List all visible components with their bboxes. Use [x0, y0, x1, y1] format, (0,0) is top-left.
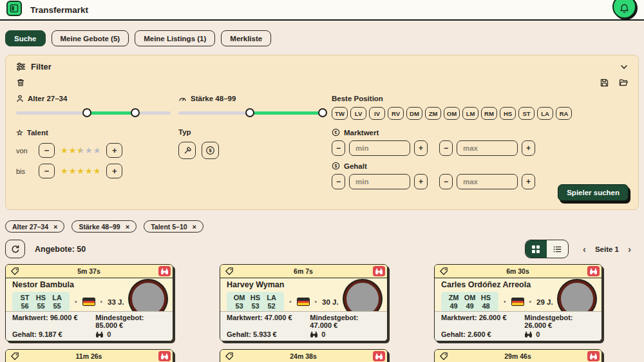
gehalt-max-minus-button[interactable]: −: [439, 174, 453, 189]
chevron-down-icon[interactable]: [620, 64, 628, 70]
tag-icon: [439, 352, 448, 361]
sidebar-toggle-icon[interactable]: [6, 1, 22, 16]
binoculars-icon: [95, 331, 104, 338]
grid-view-button[interactable]: [526, 240, 547, 258]
list-view-button[interactable]: [547, 240, 568, 258]
position-la[interactable]: LA: [537, 107, 553, 120]
filter-chip[interactable]: Alter 27–34×: [5, 220, 64, 233]
player-card[interactable]: 6m 7s Harvey Wyman OMHSLA535352 • • 30 J…: [220, 264, 388, 341]
refresh-button[interactable]: [5, 240, 25, 258]
talent-from-stars: ★★★★★★: [61, 146, 100, 155]
mindestgebot-label: Mindestgebot:: [524, 314, 573, 321]
tag-icon: [225, 352, 234, 361]
notification-bell-button[interactable]: [612, 0, 636, 19]
player-card[interactable]: 29m 46s Jesper Lindberg • • • Marktwert:: [434, 349, 602, 362]
tab-meine-gebote-5-[interactable]: Meine Gebote (5): [52, 30, 129, 46]
mindestgebot-value: 26.000 €: [524, 321, 552, 329]
position-iv[interactable]: IV: [369, 107, 385, 120]
remove-chip-icon[interactable]: ×: [193, 223, 196, 231]
marktwert-max-input[interactable]: [457, 140, 518, 156]
age-slider-handle-min[interactable]: [82, 108, 91, 117]
tab-merkliste[interactable]: Merkliste: [221, 30, 271, 46]
star-icon: ★: [93, 146, 101, 155]
next-page-button[interactable]: ›: [628, 244, 631, 254]
gehalt-value: 9.187 €: [39, 330, 62, 338]
marktwert-max-minus-button[interactable]: −: [439, 140, 453, 156]
tag-icon: [10, 267, 19, 276]
dot-separator: •: [315, 298, 317, 305]
prev-page-button[interactable]: ‹: [583, 244, 586, 254]
player-card[interactable]: 6m 30s Carles Ordóñez Arreola ZMOMHS4949…: [434, 264, 602, 341]
position-lm[interactable]: LM: [462, 107, 478, 120]
position-hs[interactable]: HS: [500, 107, 516, 120]
buy-now-coin-button[interactable]: $: [202, 142, 219, 159]
card-grid: 5m 37s Nestor Bambula STHSLA565555 • • 3…: [5, 264, 639, 362]
position-st[interactable]: ST: [518, 107, 535, 120]
star-icon: ★: [93, 167, 101, 175]
player-card[interactable]: 5m 37s Nestor Bambula STHSLA565555 • • 3…: [5, 264, 173, 341]
gehalt-value: 5.933 €: [253, 330, 277, 338]
marktwert-max-plus-button[interactable]: +: [522, 140, 535, 156]
player-card[interactable]: 11m 26s Timmy Emard-Smitham • • • Marktw…: [5, 349, 173, 362]
tab-meine-listings-1-[interactable]: Meine Listings (1): [135, 30, 215, 46]
tag-icon: [10, 352, 19, 361]
remove-chip-icon[interactable]: ×: [126, 223, 129, 231]
auction-timer: 6m 30s: [448, 267, 587, 275]
position-ra[interactable]: RA: [556, 107, 572, 120]
marktwert-min-input[interactable]: [349, 140, 410, 156]
position-rm[interactable]: RM: [481, 107, 497, 120]
search-players-button[interactable]: Spieler suchen: [558, 184, 629, 201]
talent-to-minus-button[interactable]: −: [39, 164, 55, 178]
filter-chip[interactable]: Talent 5–10×: [144, 220, 204, 233]
player-card[interactable]: 24m 38s Robert Cummerata • • • Marktwert…: [220, 349, 388, 362]
talent-to-stars: ★★★★★: [61, 167, 100, 175]
position-ratings: ZMOMHS494948: [441, 292, 498, 312]
load-filter-folder-icon[interactable]: [619, 79, 628, 86]
gehalt-min-input[interactable]: [349, 174, 410, 189]
binoculars-badge: [373, 266, 385, 276]
svg-text:$: $: [209, 148, 212, 153]
card-header: 5m 37s: [6, 265, 173, 278]
marktwert-label: Marktwert:: [441, 314, 477, 321]
save-filter-icon[interactable]: [600, 79, 609, 87]
position-zm[interactable]: ZM: [425, 107, 441, 120]
gehalt-min-minus-button[interactable]: −: [332, 174, 345, 189]
talent-from-minus-button[interactable]: −: [39, 143, 55, 158]
strength-slider-handle-min[interactable]: [245, 108, 254, 117]
star-icon: ★: [85, 146, 93, 155]
star-icon: ★: [77, 167, 84, 175]
marktwert-min-minus-button[interactable]: −: [332, 140, 345, 156]
clear-filters-button[interactable]: [16, 78, 25, 87]
tab-suche[interactable]: Suche: [5, 30, 46, 46]
age-slider-handle-max[interactable]: [131, 108, 140, 117]
filter-chip[interactable]: Stärke 48–99×: [71, 220, 137, 233]
position-om[interactable]: OM: [444, 107, 460, 120]
gehalt-max-plus-button[interactable]: +: [522, 174, 535, 189]
strength-slider[interactable]: [178, 108, 324, 118]
talent-to-plus-button[interactable]: +: [106, 164, 122, 178]
star-icon: ★: [69, 167, 77, 175]
dollar-icon: $: [332, 162, 340, 170]
strength-slider-handle-max[interactable]: [318, 108, 327, 117]
marktwert-min-plus-button[interactable]: +: [414, 140, 428, 156]
position-dm[interactable]: DM: [406, 107, 422, 120]
position-ratings: OMHSLA535352: [227, 292, 284, 312]
position-tw[interactable]: TW: [332, 107, 348, 120]
binoculars-badge: [158, 266, 171, 276]
gehalt-max-input[interactable]: [457, 174, 518, 189]
pagination: ‹ Seite 1 ›: [583, 244, 631, 254]
auction-gavel-button[interactable]: [178, 142, 196, 159]
gehalt-min-plus-button[interactable]: +: [414, 174, 428, 189]
auction-timer: 5m 37s: [19, 267, 158, 275]
position-rv[interactable]: RV: [388, 107, 404, 120]
mindestgebot-label: Mindestgebot:: [95, 314, 144, 321]
talent-filter: ☆ Talent von − ★★★★★★ + bis − ★★★★★ +: [16, 128, 171, 189]
talent-from-plus-button[interactable]: +: [106, 143, 122, 158]
position-buttons: TWLVIVRVDMZMOMLMRMHSSTLARA: [332, 107, 628, 120]
dot-separator: •: [75, 298, 77, 305]
card-header: 29m 46s: [435, 350, 601, 362]
remove-chip-icon[interactable]: ×: [53, 223, 57, 231]
position-lv[interactable]: LV: [350, 107, 366, 120]
dot-separator: •: [100, 298, 103, 305]
age-slider[interactable]: [16, 108, 171, 118]
